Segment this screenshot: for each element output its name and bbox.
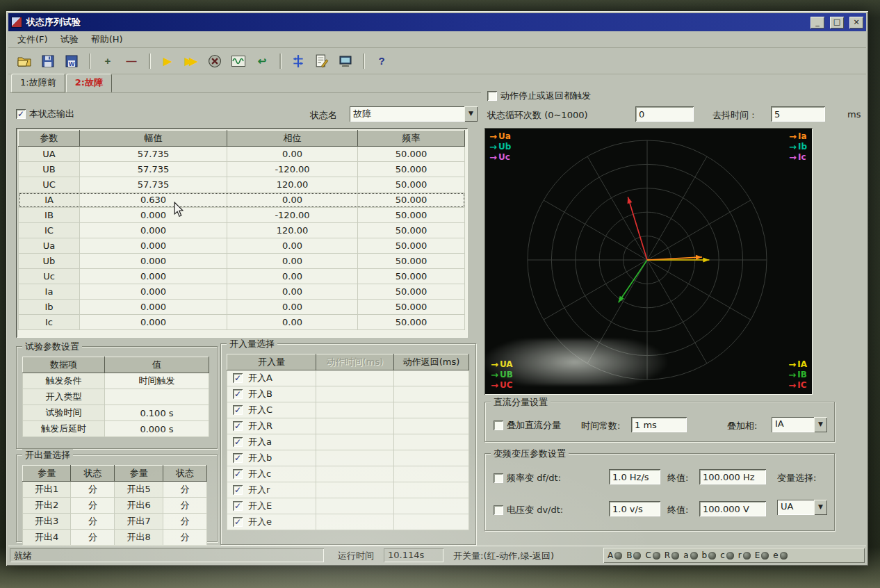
param-name-cell[interactable]: IB — [19, 208, 80, 223]
param-value-cell[interactable]: 50.000 — [358, 223, 465, 238]
param-value-cell[interactable]: 0.000 — [80, 300, 227, 315]
dc-tc-input[interactable] — [631, 417, 687, 432]
run-all-button[interactable]: ▶▶ — [181, 51, 202, 70]
table-row[interactable]: ✓开入r — [227, 482, 469, 498]
remove-state-button[interactable]: — — [121, 51, 142, 70]
table-row[interactable]: Ub0.0000.0050.000 — [19, 254, 465, 269]
out-state-cell[interactable]: 分 — [163, 514, 206, 530]
table-row[interactable]: Ic0.0000.0050.000 — [19, 315, 465, 330]
table-row[interactable]: Ib0.0000.0050.000 — [19, 300, 465, 315]
var-select-combo[interactable]: UA ▼ — [777, 500, 827, 515]
in-name-cell[interactable]: ✓开入c — [227, 466, 316, 482]
table-row[interactable]: 试验时间0.100 s — [23, 405, 209, 421]
out-name-cell[interactable]: 开出5 — [115, 482, 163, 498]
in-checkbox[interactable]: ✓ — [233, 437, 243, 447]
out-state-cell[interactable]: 分 — [71, 514, 115, 530]
table-row[interactable]: ✓开入e — [227, 514, 469, 530]
param-name-cell[interactable]: UC — [19, 177, 80, 193]
table-row[interactable]: 触发条件时间触发 — [23, 373, 209, 389]
param-name-cell[interactable]: Ua — [19, 238, 80, 254]
out-state-cell[interactable]: 分 — [71, 498, 115, 514]
device-button[interactable] — [335, 51, 356, 70]
param-value-cell[interactable]: 0.00 — [227, 193, 358, 208]
out-name-cell[interactable]: 开出1 — [23, 482, 71, 498]
param-value-cell[interactable]: 50.000 — [358, 284, 465, 300]
table-row[interactable]: 开出1分开出5分 — [23, 482, 207, 498]
data-value-cell[interactable]: 时间触发 — [105, 373, 209, 389]
table-row[interactable]: ✓开入A — [227, 370, 469, 386]
param-value-cell[interactable]: 50.000 — [358, 162, 465, 177]
in-checkbox[interactable]: ✓ — [233, 485, 243, 495]
in-checkbox[interactable]: ✓ — [233, 517, 243, 527]
param-name-cell[interactable]: Ub — [19, 254, 80, 269]
in-select-header-2[interactable]: 动作返回(ms) — [394, 354, 469, 370]
in-name-cell[interactable]: ✓开入a — [227, 434, 316, 450]
param-value-cell[interactable]: 0.000 — [80, 315, 227, 330]
param-column-header-1[interactable]: 幅值 — [80, 131, 227, 147]
out-name-cell[interactable]: 开出8 — [115, 530, 163, 546]
param-value-cell[interactable]: 0.630 — [80, 193, 227, 208]
in-name-cell[interactable]: ✓开入r — [227, 482, 316, 498]
in-name-cell[interactable]: ✓开入E — [227, 498, 316, 514]
in-checkbox[interactable]: ✓ — [233, 373, 243, 383]
in-name-cell[interactable]: ✓开入e — [227, 514, 316, 530]
stop-button[interactable] — [204, 51, 225, 70]
chevron-down-icon[interactable]: ▼ — [464, 106, 478, 122]
param-value-cell[interactable]: 0.000 — [80, 269, 227, 284]
table-row[interactable]: UC57.735120.0050.000 — [19, 177, 465, 193]
table-row[interactable]: ✓开入E — [227, 498, 469, 514]
phasor-button[interactable] — [288, 51, 309, 70]
context-help-button[interactable]: ? — [371, 51, 392, 70]
table-row[interactable]: ✓开入c — [227, 466, 469, 482]
param-column-header-2[interactable]: 相位 — [227, 131, 358, 147]
table-row[interactable]: ✓开入C — [227, 402, 469, 418]
param-column-header-0[interactable]: 参数 — [19, 131, 80, 147]
param-value-cell[interactable]: 0.00 — [227, 315, 358, 330]
open-button[interactable] — [14, 51, 35, 70]
maximize-button[interactable]: □ — [830, 17, 844, 28]
out-state-cell[interactable]: 分 — [163, 530, 206, 546]
reset-button[interactable]: ↩ — [252, 51, 272, 70]
param-value-cell[interactable]: 0.00 — [227, 254, 358, 269]
table-row[interactable]: ✓开入R — [227, 418, 469, 434]
param-value-cell[interactable]: 0.000 — [80, 254, 227, 269]
out-name-cell[interactable]: 开出2 — [23, 498, 71, 514]
in-name-cell[interactable]: ✓开入A — [227, 370, 316, 386]
param-name-cell[interactable]: IC — [19, 223, 80, 238]
param-value-cell[interactable]: 0.000 — [80, 284, 227, 300]
param-name-cell[interactable]: Ia — [19, 284, 80, 300]
param-value-cell[interactable]: 0.00 — [227, 147, 358, 162]
in-checkbox[interactable]: ✓ — [233, 405, 243, 415]
minimize-button[interactable]: _ — [810, 17, 824, 28]
run-button[interactable]: ▶ — [157, 51, 178, 70]
param-name-cell[interactable]: Ib — [19, 300, 80, 315]
table-row[interactable]: IB0.000-120.0050.000 — [19, 208, 465, 223]
table-row[interactable]: Ia0.0000.0050.000 — [19, 284, 465, 300]
data-value-cell[interactable]: 0.100 s — [105, 405, 209, 421]
in-name-cell[interactable]: ✓开入B — [227, 386, 316, 402]
table-row[interactable]: 触发后延时0.000 s — [23, 421, 209, 437]
table-row[interactable]: 开入类型 — [23, 389, 209, 405]
param-value-cell[interactable]: 0.000 — [80, 223, 227, 238]
param-name-cell[interactable]: UA — [19, 147, 80, 162]
menu-item-1[interactable]: 试验 — [54, 31, 85, 48]
add-state-button[interactable]: + — [97, 51, 118, 70]
dc-phase-combo[interactable]: IA ▼ — [772, 417, 827, 432]
title-bar[interactable]: 状态序列试验 _ □ × — [8, 13, 866, 31]
freq-rate-input[interactable] — [609, 469, 660, 484]
out-state-cell[interactable]: 分 — [163, 482, 206, 498]
chevron-down-icon[interactable]: ▼ — [814, 500, 827, 515]
param-value-cell[interactable]: 50.000 — [358, 315, 465, 330]
param-value-cell[interactable]: 120.00 — [227, 177, 358, 193]
freq-final-input[interactable] — [699, 469, 766, 484]
param-value-cell[interactable]: 57.735 — [80, 177, 227, 193]
in-name-cell[interactable]: ✓开入b — [227, 450, 316, 466]
in-checkbox[interactable]: ✓ — [233, 453, 243, 463]
param-name-cell[interactable]: UB — [19, 162, 80, 177]
table-row[interactable]: 开出2分开出6分 — [23, 498, 207, 514]
in-name-cell[interactable]: ✓开入C — [227, 402, 316, 418]
table-row[interactable]: IC0.000120.0050.000 — [19, 223, 465, 238]
in-select-header-0[interactable]: 开入量 — [227, 354, 316, 370]
table-row[interactable]: ✓开入B — [227, 386, 469, 402]
out-name-cell[interactable]: 开出4 — [23, 530, 71, 546]
